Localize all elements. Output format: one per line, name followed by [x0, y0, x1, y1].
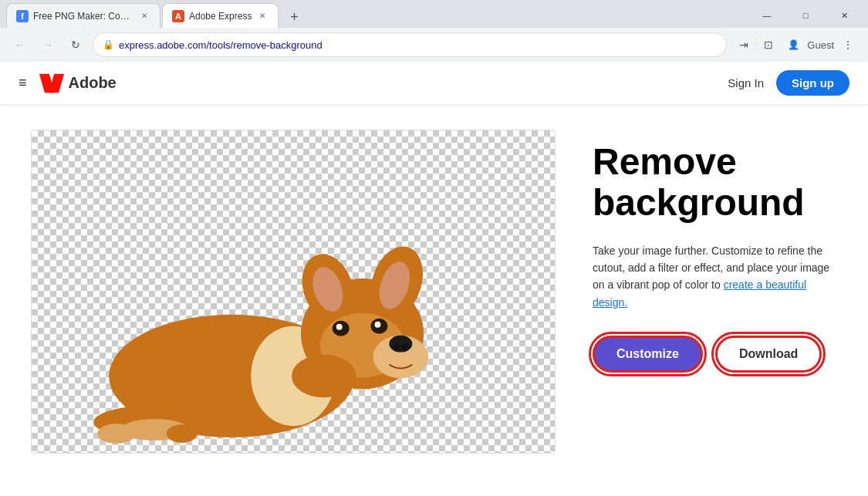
download-button[interactable]: Download — [715, 336, 822, 373]
reload-button[interactable]: ↻ — [65, 34, 86, 56]
customize-button[interactable]: Customize — [593, 336, 703, 373]
tab-1-title: Free PNG Maker: Convert a JP... — [33, 11, 133, 22]
browser-menu-icons: ⇥ ⊡ 👤 Guest ⋮ — [733, 34, 859, 56]
address-bar[interactable]: 🔒 express.adobe.com/tools/remove-backgro… — [93, 32, 727, 57]
adobe-logo[interactable]: Adobe — [39, 73, 117, 93]
buttons-row: Customize Download — [593, 336, 837, 373]
minimize-button[interactable]: — — [749, 3, 785, 28]
new-tab-button[interactable]: + — [283, 6, 305, 28]
tool-description: Take your image further. Customize to re… — [593, 242, 837, 312]
image-panel — [31, 130, 556, 454]
browser-tab-1[interactable]: f Free PNG Maker: Convert a JP... ✕ — [6, 3, 160, 28]
sign-in-button[interactable]: Sign In — [715, 70, 776, 96]
profile-button[interactable]: 👤 — [782, 34, 804, 56]
maximize-button[interactable]: □ — [788, 3, 823, 28]
tab-1-close[interactable]: ✕ — [138, 10, 150, 22]
tab-1-favicon: f — [16, 10, 29, 22]
svg-point-24 — [292, 355, 356, 398]
cast-button[interactable]: ⇥ — [733, 34, 755, 56]
url-text: express.adobe.com/tools/remove-backgroun… — [119, 39, 717, 51]
tab-2-close[interactable]: ✕ — [256, 10, 269, 22]
close-button[interactable]: ✕ — [826, 3, 862, 28]
svg-point-22 — [336, 324, 343, 330]
svg-point-23 — [374, 322, 380, 328]
svg-point-18 — [392, 344, 400, 350]
window-controls: — □ ✕ — [749, 3, 862, 28]
corgi-image — [32, 130, 555, 453]
more-button[interactable]: ⋮ — [837, 34, 859, 56]
hamburger-menu[interactable]: ≡ — [19, 75, 27, 91]
browser-tab-2[interactable]: A Adobe Express ✕ — [162, 3, 279, 28]
forward-button[interactable]: → — [37, 34, 59, 56]
svg-point-8 — [97, 423, 136, 444]
lock-icon: 🔒 — [103, 39, 114, 50]
right-panel: Remove background Take your image furthe… — [593, 130, 837, 444]
split-screen-button[interactable]: ⊡ — [758, 34, 779, 56]
address-bar-row: ← → ↻ 🔒 express.adobe.com/tools/remove-b… — [0, 28, 868, 62]
tab-2-title: Adobe Express — [189, 11, 252, 22]
website: ≡ Adobe Sign In Sign up — [0, 62, 868, 468]
svg-point-9 — [167, 424, 198, 443]
tool-title: Remove background — [593, 142, 837, 224]
svg-point-17 — [389, 336, 412, 353]
back-button[interactable]: ← — [9, 34, 31, 56]
svg-point-19 — [401, 344, 409, 350]
site-header: ≡ Adobe Sign In Sign up — [0, 62, 868, 105]
title-bar: f Free PNG Maker: Convert a JP... ✕ A Ad… — [0, 0, 868, 28]
tab-2-favicon: A — [172, 10, 184, 22]
main-content: Remove background Take your image furthe… — [0, 105, 868, 468]
profile-label: Guest — [807, 39, 834, 51]
adobe-logo-icon — [39, 73, 64, 93]
adobe-logo-text: Adobe — [69, 74, 117, 92]
sign-up-button[interactable]: Sign up — [776, 70, 849, 96]
